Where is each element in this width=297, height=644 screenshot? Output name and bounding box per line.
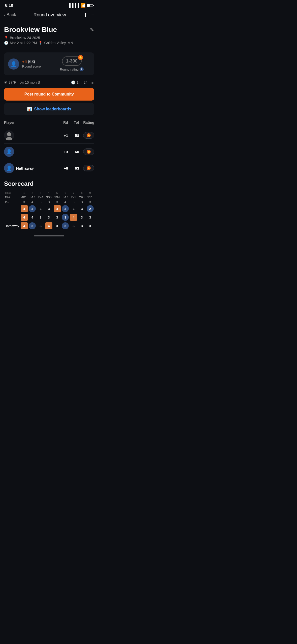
player-row[interactable]: 👤 +3 60 ⭐: [4, 143, 94, 160]
header-tot: Tot: [68, 120, 79, 125]
hole-4: 4: [45, 191, 53, 195]
dist-8: 293: [78, 195, 86, 200]
sun-icon: ☀: [4, 80, 7, 84]
p1-score-1: 4: [20, 204, 28, 213]
hole-6: 6: [61, 191, 70, 195]
dist-1: 401: [20, 195, 28, 200]
scorecard-player1-row: 4 3 3 3 4 3 3 3 2: [4, 204, 94, 213]
status-time: 6:10: [5, 3, 13, 8]
rating-label: Round rating i: [60, 67, 84, 71]
p2-score-5: 3: [53, 213, 61, 222]
par-6: 4: [61, 200, 70, 204]
p1-score-4: 3: [45, 204, 53, 213]
rating-star-icon: ⭐: [78, 55, 83, 60]
h-score-3: 3: [37, 222, 45, 230]
edit-icon[interactable]: ✎: [90, 27, 94, 33]
duration-clock-icon: 🕐: [71, 80, 75, 84]
par-label: Par: [4, 200, 20, 204]
par-7: 3: [70, 200, 78, 204]
p1-score-7: 3: [70, 204, 78, 213]
hole-7: 7: [70, 191, 78, 195]
round-score-value: +6 (63): [22, 59, 41, 64]
player-row[interactable]: +1 58 ⭐: [4, 127, 94, 143]
players-header: Player Rd Tot Rating: [4, 119, 94, 127]
score-num: (63): [28, 59, 35, 64]
duration: 🕐 1 hr 24 min: [71, 80, 94, 84]
header-player: Player: [4, 120, 57, 125]
course-header: Brookview Blue ✎ 📍 Brookview 24-2025 🕐 M…: [0, 21, 98, 49]
h-score-7: 3: [70, 222, 78, 230]
dist-4: 300: [45, 195, 53, 200]
leaderboard-label: Show leaderboards: [34, 107, 71, 111]
hole-8: 8: [78, 191, 86, 195]
share-icon[interactable]: ⬆: [83, 12, 88, 18]
p1-score-6: 3: [61, 204, 70, 213]
scorecard-title: Scorecard: [4, 180, 94, 187]
header-rd: Rd: [57, 120, 68, 125]
player1-star-icon: ⭐: [87, 133, 91, 137]
temp-value: 37°F: [9, 80, 16, 84]
status-icons: ▐▐▐▐ 📶: [68, 3, 93, 8]
duration-value: 1 hr 24 min: [77, 80, 94, 84]
player2-rd: +3: [57, 150, 68, 154]
back-button[interactable]: ‹ Back: [4, 12, 16, 18]
player1-rd: +1: [57, 133, 68, 138]
nav-icons: ⬆ ≡: [83, 12, 94, 18]
player3-rd: +6: [57, 166, 68, 170]
show-leaderboards-button[interactable]: 📊 Show leaderboards: [4, 103, 94, 115]
p2-score-1: 4: [20, 213, 28, 222]
p2-score-9: 3: [86, 213, 94, 222]
course-datetime-location: 🕐 Mar 2 at 1:22 PM 📍 Golden Valley, MN: [4, 41, 94, 45]
player2-rating-badge: ⭐: [83, 148, 94, 155]
course-series: 📍 Brookview 24-2025: [4, 36, 94, 40]
scorecard-dist-row: Dist 401 347 274 300 394 347 273 293 311: [4, 195, 94, 200]
par-2: 4: [28, 200, 37, 204]
menu-icon[interactable]: ≡: [91, 12, 94, 18]
h-score-4: 4: [45, 222, 53, 230]
p1-score-2: 3: [28, 204, 37, 213]
par-9: 3: [86, 200, 94, 204]
nav-title: Round overview: [34, 12, 66, 18]
rating-label-text: Round rating: [60, 68, 79, 71]
p2-score-2: 4: [28, 213, 37, 222]
score-label: Round score: [22, 65, 41, 68]
player2-scorecard-name: [4, 213, 20, 222]
hole-2: 2: [28, 191, 37, 195]
h-score-5: 3: [53, 222, 61, 230]
player3-star-icon: ⭐: [87, 166, 91, 170]
home-indicator: [0, 230, 98, 239]
status-bar: 6:10 ▐▐▐▐ 📶: [0, 0, 98, 10]
dist-7: 273: [70, 195, 78, 200]
score-right: 1-300 ⭐ Round rating i: [49, 52, 94, 75]
pin-icon: 📍: [4, 36, 8, 40]
player3-rating: ⭐: [79, 165, 94, 171]
weather-left: ☀ 37°F 🌬 10 mph S: [4, 80, 40, 84]
player3-avatar: 👤: [4, 163, 14, 173]
player1-avatar: [4, 130, 14, 140]
scorecard-table: Hole 1 2 3 4 5 6 7 8 9 Dist 401 347 274 …: [4, 191, 94, 230]
scorecard-header-row: Hole 1 2 3 4 5 6 7 8 9: [4, 191, 94, 195]
p2-score-4: 3: [45, 213, 53, 222]
player-row[interactable]: 👤 Hathaway +6 63 ⭐: [4, 160, 94, 176]
player1-scorecard-name: [4, 204, 20, 213]
post-community-button[interactable]: Post round to Community: [4, 88, 94, 101]
back-label: Back: [7, 12, 16, 17]
p2-score-6: 3: [61, 213, 70, 222]
par-8: 3: [78, 200, 86, 204]
hole-label: Hole: [4, 191, 20, 195]
player3-tot: 63: [68, 166, 79, 170]
wifi-icon: 📶: [81, 3, 86, 8]
leaderboard-icon: 📊: [27, 107, 32, 111]
p1-score-8: 3: [78, 204, 86, 213]
p2-score-8: 3: [78, 213, 86, 222]
wind: 🌬 10 mph S: [20, 80, 40, 84]
info-icon[interactable]: i: [80, 67, 84, 71]
back-chevron-icon: ‹: [4, 12, 6, 18]
hathaway-scorecard-name: Hathaway: [4, 222, 20, 230]
course-date: Mar 2 at 1:22 PM: [10, 41, 37, 45]
signal-icon: ▐▐▐▐: [68, 3, 79, 8]
par-3: 3: [37, 200, 45, 204]
scorecard-section: Scorecard Hole 1 2 3 4 5 6 7 8 9 Dist 40…: [0, 176, 98, 230]
p2-score-3: 3: [37, 213, 45, 222]
p2-score-7: 4: [70, 213, 78, 222]
